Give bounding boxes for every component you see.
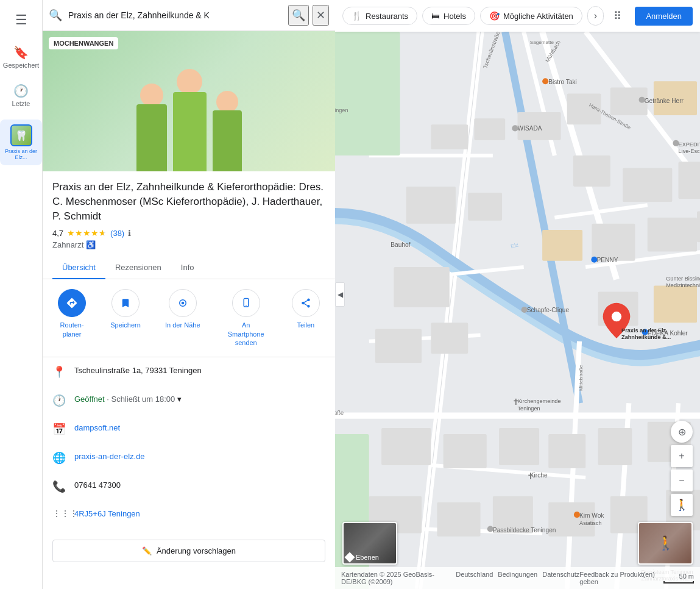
satellite-label-row: Ebenen bbox=[346, 554, 379, 561]
avatar: 🦷 bbox=[10, 124, 32, 146]
hours-status: Geöffnet bbox=[74, 394, 105, 404]
svg-point-68 bbox=[512, 125, 518, 131]
share-label: Teilen bbox=[297, 321, 315, 329]
tab-info[interactable]: Info bbox=[171, 257, 204, 279]
svg-rect-29 bbox=[573, 155, 610, 187]
svg-rect-34 bbox=[592, 224, 635, 261]
svg-rect-30 bbox=[623, 168, 672, 202]
actions-row: Routen-planer Speichern In der Nähe bbox=[43, 279, 335, 357]
website1-link[interactable]: dampsoft.net bbox=[74, 423, 120, 432]
sidebar-item-saved[interactable]: 🔖 Gespeichert bbox=[0, 40, 42, 74]
sidebar-item-recent[interactable]: 🕐 Letzte bbox=[0, 79, 42, 112]
map-topbar: 🍴 Restaurants 🛏 Hotels 🎯 Mögliche Aktivi… bbox=[335, 0, 700, 32]
svg-text:Live-Escape-Game: Live-Escape-Game bbox=[679, 148, 700, 154]
action-share[interactable]: Teilen bbox=[292, 289, 320, 347]
svg-rect-27 bbox=[406, 187, 456, 224]
clock-icon: 🕐 bbox=[52, 394, 65, 407]
tab-reviews[interactable]: Rezensionen bbox=[105, 257, 171, 279]
deutschland-text: Deutschland bbox=[456, 571, 493, 585]
head-1 bbox=[140, 84, 163, 107]
filter-hotels[interactable]: 🛏 Hotels bbox=[422, 7, 475, 25]
panel-scroll[interactable]: Praxis an der Elz, Zahnheilkunde & Kiefe… bbox=[43, 171, 335, 589]
pluscode-icon: ⋮⋮⋮ bbox=[52, 509, 65, 518]
business-info: Praxis an der Elz, Zahnheilkunde & Kiefe… bbox=[43, 171, 335, 257]
rating-number: 4,7 bbox=[52, 229, 63, 238]
search-icon: 🔍 bbox=[49, 9, 62, 22]
streetview-inner: 🚶 bbox=[639, 523, 691, 563]
action-nearby[interactable]: In der Nähe bbox=[165, 289, 200, 347]
info-icon[interactable]: ℹ bbox=[128, 229, 131, 238]
zoom-in-button[interactable]: + bbox=[671, 445, 693, 467]
scale-bar: 50 m bbox=[663, 573, 694, 584]
sidebar-item-current-place[interactable]: 🦷 Praxis an der Elz... bbox=[0, 120, 42, 165]
tab-overview[interactable]: Übersicht bbox=[52, 257, 105, 279]
svg-text:Mittelstraße: Mittelstraße bbox=[578, 365, 584, 391]
zoom-out-button[interactable]: − bbox=[671, 469, 693, 491]
more-filters-button[interactable]: › bbox=[587, 6, 604, 26]
filter-restaurants[interactable]: 🍴 Restaurants bbox=[342, 7, 417, 25]
search-button[interactable]: 🔍 bbox=[288, 5, 309, 26]
tabs-row: Übersicht Rezensionen Info bbox=[43, 257, 335, 279]
hours-toggle[interactable]: ▾ bbox=[177, 393, 182, 405]
svg-point-85 bbox=[487, 526, 493, 532]
action-route[interactable]: Routen-planer bbox=[58, 289, 86, 347]
close-button[interactable]: ✕ bbox=[313, 5, 329, 26]
smartphone-label: An Smartphonesenden bbox=[225, 321, 267, 347]
svg-text:Medizintechnik: Medizintechnik bbox=[666, 282, 700, 288]
photo-placeholder: MOCHENWANGEN bbox=[43, 31, 335, 171]
scale-line bbox=[663, 581, 694, 584]
map-controls: ⊕ + − 🚶 bbox=[671, 421, 693, 516]
svg-rect-42 bbox=[381, 428, 431, 465]
smartphone-icon-circle bbox=[232, 289, 260, 317]
svg-point-71 bbox=[591, 257, 597, 263]
website1-text[interactable]: dampsoft.net bbox=[74, 422, 120, 434]
bedingungen-link[interactable]: Bedingungen bbox=[498, 571, 537, 585]
main-panel: 🔍 🔍 ✕ bbox=[43, 0, 335, 589]
website2-link[interactable]: praxis-an-der-elz.de bbox=[74, 452, 145, 461]
svg-rect-22 bbox=[474, 118, 505, 140]
svg-point-78 bbox=[673, 140, 679, 146]
svg-text:Teningen: Teningen bbox=[518, 405, 540, 412]
map-background[interactable]: Tscheulinstraße Mühlbach Elz Rheinstraße… bbox=[335, 32, 700, 589]
filter-activities[interactable]: 🎯 Mögliche Aktivitäten bbox=[480, 7, 582, 25]
streetview-thumbnail[interactable]: 🚶 bbox=[638, 522, 693, 565]
anmelden-button[interactable]: Anmelden bbox=[635, 7, 693, 26]
detail-address: 📍 Tscheulinstraße 1a, 79331 Teningen bbox=[43, 357, 335, 386]
detail-hours[interactable]: 🕐 Geöffnet · Schließt um 18:00 ▾ bbox=[43, 386, 335, 415]
action-save[interactable]: Speichern bbox=[110, 289, 141, 347]
detail-website1: 📅 dampsoft.net bbox=[43, 415, 335, 443]
satellite-thumbnail[interactable]: Ebenen bbox=[342, 522, 397, 565]
review-count[interactable]: (38) bbox=[110, 229, 124, 238]
locate-me-button[interactable]: ⊕ bbox=[671, 421, 693, 443]
svg-rect-45 bbox=[548, 434, 585, 468]
datenschutz-link[interactable]: Datenschutz bbox=[542, 571, 579, 585]
svg-rect-33 bbox=[542, 230, 582, 261]
website2-text[interactable]: praxis-an-der-elz.de bbox=[74, 451, 145, 463]
sidebar: ☰ 🔖 Gespeichert 🕐 Letzte 🦷 Praxis an der… bbox=[0, 0, 43, 589]
svg-text:Asiatisch: Asiatisch bbox=[579, 520, 602, 526]
collapse-panel-button[interactable]: ◀ bbox=[335, 282, 345, 307]
map-svg: Tscheulinstraße Mühlbach Elz Rheinstraße… bbox=[335, 32, 700, 589]
svg-text:✝: ✝ bbox=[512, 397, 520, 407]
detail-pluscode: ⋮⋮⋮ 4RJ5+6J Teningen bbox=[43, 501, 335, 527]
suggest-change-button[interactable]: ✏️ Änderung vorschlagen bbox=[52, 540, 325, 562]
menu-icon[interactable]: ☰ bbox=[9, 6, 34, 34]
phone-icon: 📞 bbox=[52, 480, 65, 493]
satellite-inner: Ebenen bbox=[344, 523, 396, 563]
detail-phone: 📞 07641 47300 bbox=[43, 472, 335, 501]
body-1 bbox=[136, 104, 167, 171]
hours-close: · Schließt um 18:00 bbox=[107, 394, 175, 404]
pluscode-link[interactable]: 4RJ5+6J Teningen bbox=[74, 509, 140, 518]
grid-icon[interactable]: ⠿ bbox=[609, 7, 626, 25]
search-input[interactable] bbox=[66, 8, 285, 23]
satellite-diamond-icon bbox=[345, 552, 355, 563]
pegman-button[interactable]: 🚶 bbox=[671, 494, 693, 516]
business-name: Praxis an der Elz, Zahnheilkunde & Kiefe… bbox=[52, 180, 325, 223]
footer-right: Feedback zu Produkt(en) geben 50 m bbox=[579, 571, 694, 585]
svg-rect-50 bbox=[437, 502, 480, 537]
svg-text:PENNY: PENNY bbox=[596, 257, 618, 263]
feedback-link[interactable]: Feedback zu Produkt(en) geben bbox=[579, 571, 659, 585]
svg-text:Bauhof: Bauhof bbox=[391, 241, 410, 248]
action-smartphone[interactable]: An Smartphonesenden bbox=[225, 289, 267, 347]
footer-left: Kartendaten © 2025 GeoBasis-DE/BKG (©200… bbox=[341, 571, 579, 585]
